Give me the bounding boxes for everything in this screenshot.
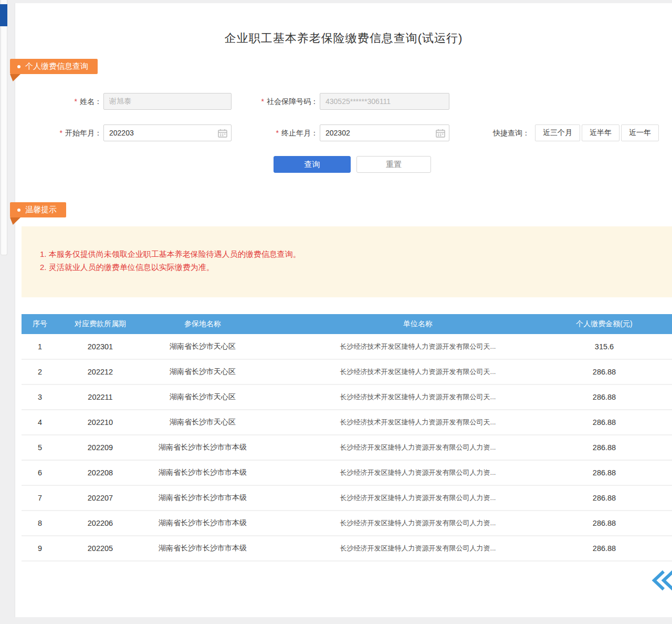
bullet-icon bbox=[17, 209, 20, 212]
quick-btn-last-year[interactable]: 近一年 bbox=[621, 124, 659, 141]
header-personal-amount: 个人缴费金额(元) bbox=[557, 314, 672, 334]
tips-note-box: 1. 本服务仅提供尚未领取企业职工基本养老保险待遇人员的缴费信息查询。 2. 灵… bbox=[22, 226, 672, 297]
start-month-label: *开始年月： bbox=[36, 124, 102, 141]
table-cell: 长沙经济技术开发区捷特人力资源开发有限公司天... bbox=[263, 384, 557, 410]
name-field-wrap bbox=[103, 93, 232, 110]
table-cell: 202209 bbox=[58, 435, 142, 460]
table-cell: 3 bbox=[22, 384, 58, 410]
tip-line: 1. 本服务仅提供尚未领取企业职工基本养老保险待遇人员的缴费信息查询。 bbox=[40, 247, 662, 261]
section-badge-label: 温馨提示 bbox=[25, 205, 57, 215]
table-cell: 1 bbox=[22, 334, 58, 359]
collapsed-sidebar[interactable] bbox=[1, 0, 7, 255]
start-month-input[interactable] bbox=[103, 124, 232, 141]
quick-btn-last-3-months[interactable]: 近三个月 bbox=[535, 124, 580, 141]
table-cell: 2 bbox=[22, 359, 58, 384]
end-month-input[interactable] bbox=[320, 124, 449, 141]
section-badge-tips: 温馨提示 bbox=[10, 202, 66, 217]
badge-fold-decoration bbox=[10, 74, 20, 81]
end-month-field-wrap bbox=[320, 124, 449, 141]
table-cell: 286.88 bbox=[557, 359, 672, 384]
table-cell: 湖南省长沙市天心区 bbox=[142, 384, 263, 410]
name-label: *姓名： bbox=[36, 93, 102, 110]
calendar-icon[interactable] bbox=[218, 129, 227, 138]
table-cell: 湖南省长沙市天心区 bbox=[142, 410, 263, 435]
ssn-field-wrap bbox=[320, 93, 449, 110]
table-cell: 长沙经济技术开发区捷特人力资源开发有限公司天... bbox=[263, 334, 557, 359]
required-asterisk: * bbox=[276, 129, 279, 137]
table-cell: 286.88 bbox=[557, 536, 672, 561]
reset-button[interactable]: 重置 bbox=[356, 156, 431, 173]
table-cell: 286.88 bbox=[557, 435, 672, 460]
table-cell: 4 bbox=[22, 410, 58, 435]
ssn-input[interactable] bbox=[320, 93, 449, 110]
table-cell: 9 bbox=[22, 536, 58, 561]
quick-query-label: 快捷查询： bbox=[466, 124, 530, 141]
calendar-icon[interactable] bbox=[436, 129, 445, 138]
required-asterisk: * bbox=[261, 97, 264, 106]
table-cell: 长沙经济开发区捷特人力资源开发有限公司人力资... bbox=[263, 460, 557, 485]
table-cell: 湖南省长沙市长沙市市本级 bbox=[142, 460, 263, 485]
ssn-label: *社会保障号码： bbox=[233, 93, 318, 110]
table-cell: 6 bbox=[22, 460, 58, 485]
table-cell: 长沙经济开发区捷特人力资源开发有限公司人力资... bbox=[263, 435, 557, 460]
quick-btn-last-half-year[interactable]: 近半年 bbox=[582, 124, 620, 141]
table-cell: 长沙经济技术开发区捷特人力资源开发有限公司天... bbox=[263, 359, 557, 384]
table-cell: 202205 bbox=[58, 536, 142, 561]
table-row: 3202211湖南省长沙市天心区长沙经济技术开发区捷特人力资源开发有限公司天..… bbox=[22, 384, 672, 410]
query-button[interactable]: 查询 bbox=[274, 156, 351, 173]
table-cell: 202206 bbox=[58, 511, 142, 536]
table-cell: 5 bbox=[22, 435, 58, 460]
table-cell: 湖南省长沙市天心区 bbox=[142, 334, 263, 359]
table-cell: 202208 bbox=[58, 460, 142, 485]
header-employer-name: 单位名称 bbox=[263, 314, 557, 334]
table-cell: 长沙经济开发区捷特人力资源开发有限公司人力资... bbox=[263, 536, 557, 561]
table-row: 4202210湖南省长沙市天心区长沙经济技术开发区捷特人力资源开发有限公司天..… bbox=[22, 410, 672, 435]
table-cell: 202210 bbox=[58, 410, 142, 435]
required-asterisk: * bbox=[60, 129, 62, 137]
header-period: 对应费款所属期 bbox=[58, 314, 142, 334]
table-cell: 286.88 bbox=[557, 384, 672, 410]
header-index: 序号 bbox=[22, 314, 58, 334]
table-cell: 202207 bbox=[58, 485, 142, 511]
table-cell: 湖南省长沙市长沙市市本级 bbox=[142, 485, 263, 511]
badge-fold-decoration bbox=[10, 217, 20, 225]
table-cell: 315.6 bbox=[557, 334, 672, 359]
required-asterisk: * bbox=[75, 97, 77, 106]
table-cell: 202301 bbox=[58, 334, 142, 359]
end-month-label: *终止年月： bbox=[241, 124, 318, 141]
page: 企业职工基本养老保险缴费信息查询(试运行) 个人缴费信息查询 *姓名： *社会保… bbox=[0, 0, 672, 624]
table-cell: 湖南省长沙市天心区 bbox=[142, 359, 263, 384]
header-insured-place: 参保地名称 bbox=[142, 314, 263, 334]
section-badge-label: 个人缴费信息查询 bbox=[25, 61, 88, 71]
table-cell: 湖南省长沙市长沙市市本级 bbox=[142, 536, 263, 561]
table-cell: 286.88 bbox=[557, 410, 672, 435]
table-row: 7202207湖南省长沙市长沙市市本级长沙经济开发区捷特人力资源开发有限公司人力… bbox=[22, 485, 672, 511]
page-title: 企业职工基本养老保险缴费信息查询(试运行) bbox=[15, 30, 672, 46]
bullet-icon bbox=[17, 65, 20, 68]
table-cell: 长沙经济开发区捷特人力资源开发有限公司人力资... bbox=[263, 511, 557, 536]
table-cell: 长沙经济开发区捷特人力资源开发有限公司人力资... bbox=[263, 485, 557, 511]
table-cell: 286.88 bbox=[557, 460, 672, 485]
table-cell: 湖南省长沙市长沙市市本级 bbox=[142, 435, 263, 460]
table-cell: 286.88 bbox=[557, 511, 672, 536]
table-row: 9202205湖南省长沙市长沙市市本级长沙经济开发区捷特人力资源开发有限公司人力… bbox=[22, 536, 672, 561]
table-row: 8202206湖南省长沙市长沙市市本级长沙经济开发区捷特人力资源开发有限公司人力… bbox=[22, 511, 672, 536]
table-cell: 长沙经济技术开发区捷特人力资源开发有限公司天... bbox=[263, 410, 557, 435]
chevron-double-left-icon[interactable] bbox=[649, 569, 672, 594]
start-month-field-wrap bbox=[103, 124, 232, 141]
table-cell: 202212 bbox=[58, 359, 142, 384]
table-row: 2202212湖南省长沙市天心区长沙经济技术开发区捷特人力资源开发有限公司天..… bbox=[22, 359, 672, 384]
table-header-row: 序号 对应费款所属期 参保地名称 单位名称 个人缴费金额(元) bbox=[22, 314, 672, 334]
table-cell: 8 bbox=[22, 511, 58, 536]
table-row: 5202209湖南省长沙市长沙市市本级长沙经济开发区捷特人力资源开发有限公司人力… bbox=[22, 435, 672, 460]
quick-query-group: 近三个月 近半年 近一年 bbox=[535, 124, 659, 141]
table-cell: 286.88 bbox=[557, 485, 672, 511]
table-cell: 202211 bbox=[58, 384, 142, 410]
name-input[interactable] bbox=[103, 93, 232, 110]
table-cell: 7 bbox=[22, 485, 58, 511]
table-row: 6202208湖南省长沙市长沙市市本级长沙经济开发区捷特人力资源开发有限公司人力… bbox=[22, 460, 672, 485]
main-panel: 企业职工基本养老保险缴费信息查询(试运行) 个人缴费信息查询 *姓名： *社会保… bbox=[15, 3, 672, 617]
tip-line: 2. 灵活就业人员的缴费单位信息以实际缴费为准。 bbox=[40, 261, 662, 274]
payment-table: 序号 对应费款所属期 参保地名称 单位名称 个人缴费金额(元) 1202301湖… bbox=[22, 314, 672, 561]
table-cell: 湖南省长沙市长沙市市本级 bbox=[142, 511, 263, 536]
